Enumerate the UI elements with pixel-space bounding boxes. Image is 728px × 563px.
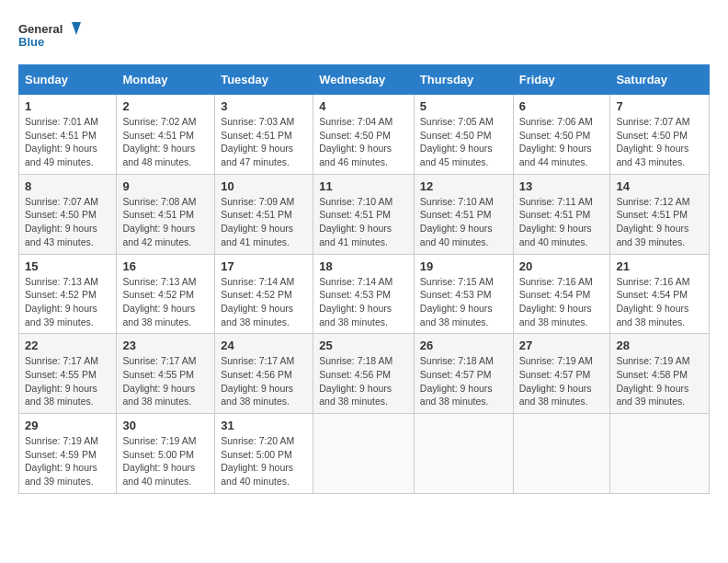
day-info: Sunrise: 7:14 AMSunset: 4:52 PMDaylight:… bbox=[221, 276, 294, 327]
day-number: 17 bbox=[221, 259, 307, 273]
day-info: Sunrise: 7:02 AMSunset: 4:51 PMDaylight:… bbox=[122, 116, 196, 167]
svg-text:General: General bbox=[18, 22, 63, 36]
day-info: Sunrise: 7:19 AMSunset: 4:57 PMDaylight:… bbox=[519, 355, 593, 407]
logo: General Blue bbox=[18, 18, 83, 55]
calendar-week-row: 8 Sunrise: 7:07 AMSunset: 4:50 PMDayligh… bbox=[19, 174, 710, 254]
day-info: Sunrise: 7:05 AMSunset: 4:50 PMDaylight:… bbox=[420, 116, 494, 167]
day-info: Sunrise: 7:16 AMSunset: 4:54 PMDaylight:… bbox=[519, 276, 593, 327]
day-number: 18 bbox=[319, 259, 408, 273]
calendar-table: SundayMondayTuesdayWednesdayThursdayFrid… bbox=[18, 64, 710, 494]
calendar-day-cell: 10 Sunrise: 7:09 AMSunset: 4:51 PMDaylig… bbox=[215, 174, 313, 254]
calendar-day-cell: 16 Sunrise: 7:13 AMSunset: 4:52 PMDaylig… bbox=[117, 254, 215, 334]
day-info: Sunrise: 7:10 AMSunset: 4:51 PMDaylight:… bbox=[420, 196, 494, 247]
day-info: Sunrise: 7:18 AMSunset: 4:57 PMDaylight:… bbox=[420, 355, 494, 407]
day-number: 19 bbox=[420, 259, 507, 273]
day-info: Sunrise: 7:16 AMSunset: 4:54 PMDaylight:… bbox=[616, 276, 689, 327]
day-info: Sunrise: 7:19 AMSunset: 4:58 PMDaylight:… bbox=[616, 355, 689, 407]
day-number: 13 bbox=[519, 179, 605, 193]
page-header: General Blue bbox=[18, 18, 710, 55]
weekday-header-row: SundayMondayTuesdayWednesdayThursdayFrid… bbox=[19, 65, 710, 95]
calendar-day-cell: 3 Sunrise: 7:03 AMSunset: 4:51 PMDayligh… bbox=[215, 95, 313, 175]
day-number: 14 bbox=[616, 179, 703, 193]
calendar-day-cell: 1 Sunrise: 7:01 AMSunset: 4:51 PMDayligh… bbox=[19, 95, 117, 175]
calendar-day-cell: 26 Sunrise: 7:18 AMSunset: 4:57 PMDaylig… bbox=[414, 334, 513, 414]
day-info: Sunrise: 7:18 AMSunset: 4:56 PMDaylight:… bbox=[319, 355, 392, 407]
day-number: 22 bbox=[25, 339, 110, 352]
calendar-day-cell: 29 Sunrise: 7:19 AMSunset: 4:59 PMDaylig… bbox=[19, 414, 117, 494]
day-info: Sunrise: 7:03 AMSunset: 4:51 PMDaylight:… bbox=[221, 116, 294, 167]
day-number: 23 bbox=[122, 339, 209, 352]
calendar-week-row: 29 Sunrise: 7:19 AMSunset: 4:59 PMDaylig… bbox=[19, 414, 710, 494]
calendar-day-cell: 9 Sunrise: 7:08 AMSunset: 4:51 PMDayligh… bbox=[117, 174, 215, 254]
day-number: 29 bbox=[25, 419, 110, 432]
day-info: Sunrise: 7:17 AMSunset: 4:55 PMDaylight:… bbox=[25, 355, 98, 407]
day-number: 21 bbox=[616, 259, 703, 273]
day-number: 27 bbox=[519, 339, 605, 352]
calendar-day-cell: 15 Sunrise: 7:13 AMSunset: 4:52 PMDaylig… bbox=[19, 254, 117, 334]
day-number: 5 bbox=[420, 99, 507, 113]
day-info: Sunrise: 7:07 AMSunset: 4:50 PMDaylight:… bbox=[616, 116, 689, 167]
day-info: Sunrise: 7:19 AMSunset: 4:59 PMDaylight:… bbox=[25, 435, 98, 487]
calendar-day-cell: 5 Sunrise: 7:05 AMSunset: 4:50 PMDayligh… bbox=[414, 95, 513, 175]
calendar-day-cell: 25 Sunrise: 7:18 AMSunset: 4:56 PMDaylig… bbox=[313, 334, 415, 414]
day-number: 3 bbox=[221, 99, 307, 113]
calendar-day-cell bbox=[513, 414, 610, 494]
day-info: Sunrise: 7:17 AMSunset: 4:56 PMDaylight:… bbox=[221, 355, 294, 407]
calendar-day-cell: 21 Sunrise: 7:16 AMSunset: 4:54 PMDaylig… bbox=[610, 254, 710, 334]
svg-text:Blue: Blue bbox=[18, 35, 44, 49]
day-number: 25 bbox=[319, 339, 408, 352]
calendar-week-row: 15 Sunrise: 7:13 AMSunset: 4:52 PMDaylig… bbox=[19, 254, 710, 334]
calendar-day-cell: 19 Sunrise: 7:15 AMSunset: 4:53 PMDaylig… bbox=[414, 254, 513, 334]
calendar-day-cell: 23 Sunrise: 7:17 AMSunset: 4:55 PMDaylig… bbox=[117, 334, 215, 414]
calendar-week-row: 1 Sunrise: 7:01 AMSunset: 4:51 PMDayligh… bbox=[19, 95, 710, 175]
weekday-header-cell: Friday bbox=[513, 65, 610, 95]
weekday-header-cell: Sunday bbox=[19, 65, 117, 95]
day-info: Sunrise: 7:01 AMSunset: 4:51 PMDaylight:… bbox=[25, 116, 98, 167]
day-number: 20 bbox=[519, 259, 605, 273]
calendar-body: 1 Sunrise: 7:01 AMSunset: 4:51 PMDayligh… bbox=[19, 95, 710, 494]
day-number: 9 bbox=[122, 179, 209, 193]
calendar-day-cell: 22 Sunrise: 7:17 AMSunset: 4:55 PMDaylig… bbox=[19, 334, 117, 414]
day-info: Sunrise: 7:06 AMSunset: 4:50 PMDaylight:… bbox=[519, 116, 593, 167]
day-info: Sunrise: 7:07 AMSunset: 4:50 PMDaylight:… bbox=[25, 196, 98, 247]
day-number: 12 bbox=[420, 179, 507, 193]
day-number: 10 bbox=[221, 179, 307, 193]
day-number: 16 bbox=[122, 259, 209, 273]
day-number: 11 bbox=[319, 179, 408, 193]
weekday-header-cell: Thursday bbox=[414, 65, 513, 95]
calendar-day-cell: 31 Sunrise: 7:20 AMSunset: 5:00 PMDaylig… bbox=[215, 414, 313, 494]
day-number: 4 bbox=[319, 99, 408, 113]
calendar-day-cell: 13 Sunrise: 7:11 AMSunset: 4:51 PMDaylig… bbox=[513, 174, 610, 254]
calendar-day-cell: 6 Sunrise: 7:06 AMSunset: 4:50 PMDayligh… bbox=[513, 95, 610, 175]
calendar-day-cell: 27 Sunrise: 7:19 AMSunset: 4:57 PMDaylig… bbox=[513, 334, 610, 414]
svg-marker-2 bbox=[72, 22, 81, 35]
day-number: 6 bbox=[519, 99, 605, 113]
day-number: 24 bbox=[221, 339, 307, 352]
calendar-day-cell: 14 Sunrise: 7:12 AMSunset: 4:51 PMDaylig… bbox=[610, 174, 710, 254]
day-info: Sunrise: 7:13 AMSunset: 4:52 PMDaylight:… bbox=[122, 276, 196, 327]
calendar-day-cell: 24 Sunrise: 7:17 AMSunset: 4:56 PMDaylig… bbox=[215, 334, 313, 414]
calendar-day-cell bbox=[313, 414, 415, 494]
calendar-day-cell: 20 Sunrise: 7:16 AMSunset: 4:54 PMDaylig… bbox=[513, 254, 610, 334]
calendar-day-cell: 2 Sunrise: 7:02 AMSunset: 4:51 PMDayligh… bbox=[117, 95, 215, 175]
calendar-day-cell: 17 Sunrise: 7:14 AMSunset: 4:52 PMDaylig… bbox=[215, 254, 313, 334]
day-info: Sunrise: 7:11 AMSunset: 4:51 PMDaylight:… bbox=[519, 196, 593, 247]
day-number: 30 bbox=[122, 419, 209, 432]
day-number: 2 bbox=[122, 99, 209, 113]
calendar-day-cell: 11 Sunrise: 7:10 AMSunset: 4:51 PMDaylig… bbox=[313, 174, 415, 254]
day-number: 31 bbox=[221, 419, 307, 432]
calendar-day-cell: 12 Sunrise: 7:10 AMSunset: 4:51 PMDaylig… bbox=[414, 174, 513, 254]
logo-svg: General Blue bbox=[18, 18, 83, 55]
calendar-day-cell: 30 Sunrise: 7:19 AMSunset: 5:00 PMDaylig… bbox=[117, 414, 215, 494]
calendar-day-cell: 8 Sunrise: 7:07 AMSunset: 4:50 PMDayligh… bbox=[19, 174, 117, 254]
calendar-week-row: 22 Sunrise: 7:17 AMSunset: 4:55 PMDaylig… bbox=[19, 334, 710, 414]
day-number: 7 bbox=[616, 99, 703, 113]
day-info: Sunrise: 7:04 AMSunset: 4:50 PMDaylight:… bbox=[319, 116, 392, 167]
day-info: Sunrise: 7:09 AMSunset: 4:51 PMDaylight:… bbox=[221, 196, 294, 247]
weekday-header-cell: Monday bbox=[117, 65, 215, 95]
weekday-header-cell: Saturday bbox=[610, 65, 710, 95]
day-number: 1 bbox=[25, 99, 110, 113]
calendar-day-cell bbox=[414, 414, 513, 494]
calendar-day-cell: 4 Sunrise: 7:04 AMSunset: 4:50 PMDayligh… bbox=[313, 95, 415, 175]
day-info: Sunrise: 7:08 AMSunset: 4:51 PMDaylight:… bbox=[122, 196, 196, 247]
